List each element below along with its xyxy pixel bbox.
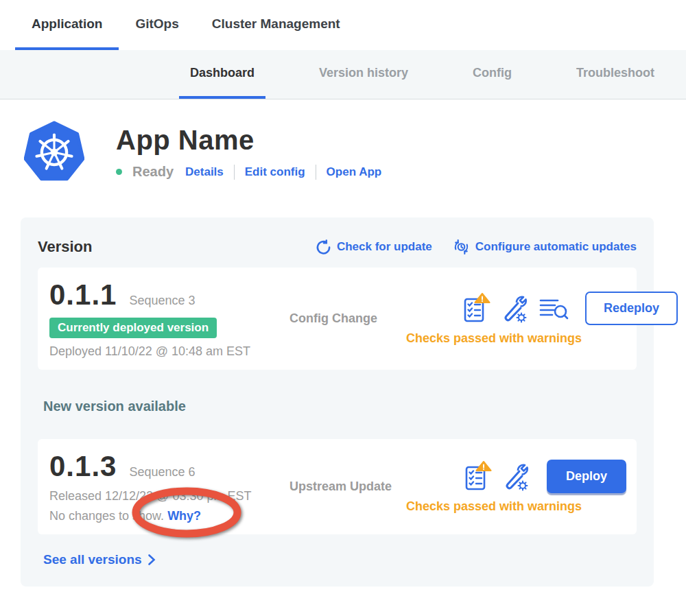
tab-config[interactable]: Config — [462, 50, 523, 99]
nav-tab-cluster-management[interactable]: Cluster Management — [196, 0, 357, 50]
version-card-title: Version — [38, 238, 92, 256]
current-version-actions: Redeploy Checks passed with warnings — [406, 292, 678, 346]
current-version-sequence: Sequence 3 — [129, 294, 195, 308]
current-version-source: Config Change — [289, 311, 406, 326]
no-changes-label: No changes to show. — [49, 509, 164, 523]
app-sub-nav: Dashboard Version history Config Trouble… — [0, 50, 686, 99]
edit-config-values-icon[interactable] — [500, 294, 529, 324]
nav-tab-gitops[interactable]: GitOps — [119, 0, 195, 50]
tab-troubleshoot[interactable]: Troubleshoot — [565, 50, 665, 99]
no-changes-text: No changes to show. Why? — [49, 509, 276, 523]
why-link[interactable]: Why? — [167, 509, 201, 523]
version-card-header: Version Check for update — [38, 238, 637, 256]
preflight-warning-text: Checks passed with warnings — [406, 331, 582, 346]
tab-dashboard[interactable]: Dashboard — [179, 50, 265, 99]
new-version-sequence: Sequence 6 — [129, 465, 195, 479]
check-for-update-label: Check for update — [337, 240, 432, 254]
refresh-icon — [316, 239, 331, 255]
page-title: App Name — [116, 125, 381, 156]
edit-config-link[interactable]: Edit config — [245, 165, 305, 179]
current-version-number: 0.1.1 — [49, 279, 117, 311]
schedule-update-icon — [453, 239, 470, 255]
new-version-available-heading: New version available — [43, 399, 637, 414]
preflight-checks-icon[interactable] — [464, 461, 492, 493]
configure-automatic-updates-link[interactable]: Configure automatic updates — [453, 239, 637, 255]
new-version-actions: Deploy Checks passed with warnings — [406, 460, 626, 514]
nav-tab-application[interactable]: Application — [15, 0, 119, 50]
divider — [234, 165, 235, 180]
primary-nav: Application GitOps Cluster Management — [0, 0, 686, 50]
status-dot-icon — [116, 169, 122, 175]
edit-config-values-icon[interactable] — [501, 462, 530, 492]
app-title-block: App Name Ready Details Edit config Open … — [116, 121, 381, 184]
version-card: Version Check for update — [21, 217, 654, 587]
app-header: App Name Ready Details Edit config Open … — [0, 99, 686, 184]
version-card-actions: Check for update Configure automatic upd… — [316, 239, 637, 255]
open-app-link[interactable]: Open App — [327, 165, 382, 179]
new-version-number: 0.1.3 — [49, 450, 117, 483]
preflight-checks-icon[interactable] — [463, 293, 490, 324]
status-badge: Ready — [132, 164, 174, 180]
chevron-right-icon — [147, 554, 156, 566]
see-all-versions-label: See all versions — [43, 552, 142, 567]
deployed-timestamp: Deployed 11/10/22 @ 10:48 am EST — [49, 344, 276, 359]
currently-deployed-badge: Currently deployed version — [49, 318, 217, 338]
app-status-row: Ready Details Edit config Open App — [116, 164, 381, 180]
view-files-icon[interactable] — [539, 296, 569, 321]
tab-version-history[interactable]: Version history — [308, 50, 419, 99]
configure-automatic-updates-label: Configure automatic updates — [475, 240, 637, 254]
current-version-row: 0.1.1 Sequence 3 Currently deployed vers… — [38, 268, 637, 370]
divider — [316, 165, 316, 180]
check-for-update-link[interactable]: Check for update — [316, 239, 432, 255]
new-version-row: 0.1.3 Sequence 6 Released 12/12/22 @ 03:… — [38, 439, 637, 534]
kubernetes-logo-icon — [24, 121, 84, 184]
preflight-warning-text: Checks passed with warnings — [406, 499, 582, 514]
redeploy-button[interactable]: Redeploy — [585, 292, 678, 325]
see-all-versions-link[interactable]: See all versions — [43, 552, 156, 567]
deploy-button[interactable]: Deploy — [547, 460, 626, 493]
details-link[interactable]: Details — [185, 165, 224, 179]
new-version-info: 0.1.3 Sequence 6 Released 12/12/22 @ 03:… — [49, 450, 276, 523]
current-version-info: 0.1.1 Sequence 3 Currently deployed vers… — [49, 279, 276, 359]
released-timestamp: Released 12/12/22 @ 03:30 pm EST — [49, 489, 276, 504]
new-version-source: Upstream Update — [289, 479, 406, 494]
